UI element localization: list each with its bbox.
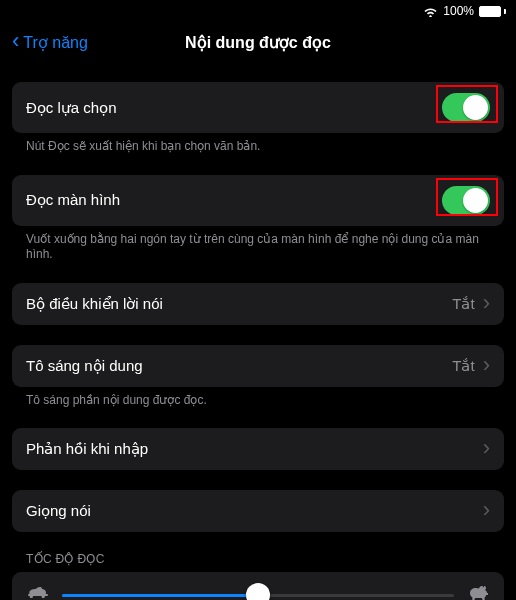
speak-screen-toggle[interactable] [442, 186, 490, 215]
rate-header: TỐC ĐỘ ĐỌC [12, 552, 504, 572]
speech-controller-label: Bộ điều khiển lời nói [26, 295, 163, 313]
voices-label: Giọng nói [26, 502, 91, 520]
speaking-rate-row [12, 572, 504, 600]
speaking-rate-slider[interactable] [62, 594, 454, 597]
highlight-content-caption: Tô sáng phần nội dung được đọc. [12, 393, 504, 409]
speak-screen-caption: Vuốt xuống bằng hai ngón tay từ trên cùn… [12, 232, 504, 263]
speak-selection-row[interactable]: Đọc lựa chọn [12, 82, 504, 133]
speech-controller-row[interactable]: Bộ điều khiển lời nói Tắt › [12, 283, 504, 325]
battery-percent: 100% [443, 4, 474, 18]
battery-icon [479, 6, 506, 17]
speak-screen-row[interactable]: Đọc màn hình [12, 175, 504, 226]
highlight-content-row[interactable]: Tô sáng nội dung Tắt › [12, 345, 504, 387]
speak-selection-label: Đọc lựa chọn [26, 99, 117, 117]
typing-feedback-label: Phản hồi khi nhập [26, 440, 148, 458]
highlight-content-label: Tô sáng nội dung [26, 357, 143, 375]
rabbit-icon [468, 586, 488, 600]
highlight-content-value: Tắt [452, 357, 474, 375]
chevron-right-icon: › [483, 499, 490, 521]
chevron-right-icon: › [483, 437, 490, 459]
chevron-right-icon: › [483, 292, 490, 314]
speak-screen-label: Đọc màn hình [26, 191, 120, 209]
status-bar: 100% [0, 0, 516, 22]
wifi-icon [423, 6, 438, 17]
speak-selection-caption: Nút Đọc sẽ xuất hiện khi bạn chọn văn bả… [12, 139, 504, 155]
speak-selection-toggle[interactable] [442, 93, 490, 122]
chevron-left-icon: ‹ [12, 30, 19, 52]
speech-controller-value: Tắt [452, 295, 474, 313]
slider-thumb[interactable] [246, 583, 270, 600]
nav-bar: ‹ Trợ năng Nội dung được đọc [0, 22, 516, 62]
voices-row[interactable]: Giọng nói › [12, 490, 504, 532]
back-button[interactable]: ‹ Trợ năng [12, 32, 88, 52]
chevron-right-icon: › [483, 354, 490, 376]
typing-feedback-row[interactable]: Phản hồi khi nhập › [12, 428, 504, 470]
tortoise-icon [28, 586, 48, 600]
back-label: Trợ năng [23, 33, 88, 52]
